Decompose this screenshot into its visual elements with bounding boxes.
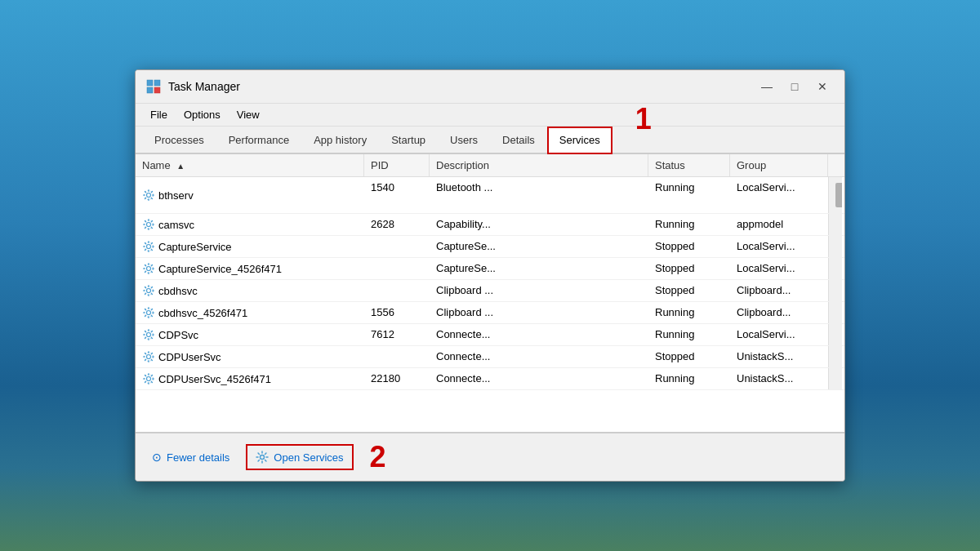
menu-options[interactable]: Options [176,105,229,124]
cell-status: Running [648,214,730,235]
tab-services-wrapper: Services 1 [547,127,612,153]
svg-rect-1 [154,80,160,86]
cell-description: Clipboard ... [430,280,648,301]
gear-icon [256,451,269,464]
cell-pid: 1540 [364,177,430,213]
tab-processes[interactable]: Processes [142,127,216,154]
tab-startup[interactable]: Startup [379,127,438,154]
cell-status: Stopped [648,236,730,257]
sort-arrow: ▲ [176,162,185,171]
svg-point-21 [145,375,154,384]
scrollbar-area [828,280,842,301]
svg-point-8 [147,245,151,249]
cell-group: Clipboard... [730,280,828,301]
svg-point-5 [145,191,154,200]
cell-group: LocalServi... [730,258,828,279]
scrollbar-area [828,368,842,389]
cell-status: Stopped [648,258,730,279]
cell-pid: 2628 [364,214,430,235]
cell-description: Connecte... [430,368,648,389]
maximize-button[interactable]: □ [782,77,807,96]
table-row[interactable]: CDPUserSvc Connecte... Stopped UnistackS… [136,346,844,368]
cell-description: Connecte... [430,324,648,345]
cell-description: Bluetooth ... [430,177,648,213]
service-icon [142,350,155,363]
menu-file[interactable]: File [142,105,176,124]
cell-group: UnistackS... [730,368,828,389]
title-bar: Task Manager — □ ✕ [136,70,844,104]
tab-app-history[interactable]: App history [301,127,379,154]
table-row[interactable]: cbdhsvc Clipboard ... Stopped Clipboard.… [136,280,844,302]
cell-description: CaptureSe... [430,236,648,257]
cell-pid: 1556 [364,302,430,323]
svg-point-16 [147,333,151,337]
scrollbar-area [828,258,842,279]
cell-description: Capability... [430,214,648,235]
table-row[interactable]: CaptureService_4526f471 CaptureSe... Sto… [136,258,844,280]
cell-status: Stopped [648,280,730,301]
cell-status: Running [648,324,730,345]
svg-point-14 [147,311,151,315]
fewer-details-label: Fewer details [167,451,229,464]
close-button[interactable]: ✕ [810,77,835,96]
svg-point-19 [145,353,154,362]
fewer-details-button[interactable]: ⊙ Fewer details [145,447,236,467]
scrollbar-area [828,177,842,213]
cell-pid [364,280,430,301]
cell-pid [364,346,430,367]
cell-status: Stopped [648,346,730,367]
open-services-button[interactable]: Open Services [249,447,350,467]
cell-status: Running [648,177,730,213]
cell-description: CaptureSe... [430,258,648,279]
menu-view[interactable]: View [229,105,268,124]
cell-name: cbdhsvc [136,280,364,301]
tab-services[interactable]: Services [547,127,612,154]
table-body: bthserv 1540 Bluetooth ... Running Local… [136,177,844,390]
table-row[interactable]: camsvc 2628 Capability... Running appmod… [136,214,844,236]
tab-users[interactable]: Users [438,127,490,154]
col-pid[interactable]: PID [364,154,430,176]
cell-name: camsvc [136,214,364,235]
cell-description: Connecte... [430,346,648,367]
col-name[interactable]: Name ▲ [136,154,364,176]
service-icon [142,372,155,385]
col-group[interactable]: Group [730,154,828,176]
scrollbar-area [828,236,842,257]
window-title: Task Manager [168,80,240,93]
svg-point-6 [147,223,151,227]
service-icon [142,262,155,275]
col-description[interactable]: Description [430,154,648,176]
table-row[interactable]: CDPUserSvc_4526f471 22180 Connecte... Ru… [136,368,844,390]
cell-name: CDPSvc [136,324,364,345]
table-row[interactable]: CDPSvc 7612 Connecte... Running LocalSer… [136,324,844,346]
svg-point-9 [145,242,154,251]
service-icon [142,189,155,202]
title-bar-left: Task Manager [145,78,240,95]
scrollbar-area [828,324,842,345]
tab-performance[interactable]: Performance [216,127,301,154]
svg-point-22 [261,455,265,460]
svg-point-13 [145,287,154,295]
cell-name: CaptureService_4526f471 [136,258,364,279]
footer: ⊙ Fewer details Open Services 2 [136,432,844,481]
cell-group: Clipboard... [730,302,828,323]
service-icon [142,306,155,319]
col-status[interactable]: Status [648,154,730,176]
svg-rect-3 [154,87,160,93]
service-icon [142,240,155,253]
svg-point-4 [147,193,151,198]
tab-details[interactable]: Details [490,127,547,154]
table-row[interactable]: bthserv 1540 Bluetooth ... Running Local… [136,177,844,214]
svg-rect-0 [147,80,153,86]
cell-description: Clipboard ... [430,302,648,323]
cell-pid [364,258,430,279]
table-row[interactable]: cbdhsvc_4526f471 1556 Clipboard ... Runn… [136,302,844,324]
task-manager-window: Task Manager — □ ✕ File Options View Pro… [135,69,845,482]
cell-name: bthserv [136,177,364,213]
services-table: Name ▲ PID Description Status Group bths… [136,154,844,432]
svg-point-18 [147,355,151,359]
table-row[interactable]: CaptureService CaptureSe... Stopped Loca… [136,236,844,258]
cell-name: CDPUserSvc_4526f471 [136,368,364,389]
minimize-button[interactable]: — [755,77,779,96]
svg-point-12 [147,289,151,293]
